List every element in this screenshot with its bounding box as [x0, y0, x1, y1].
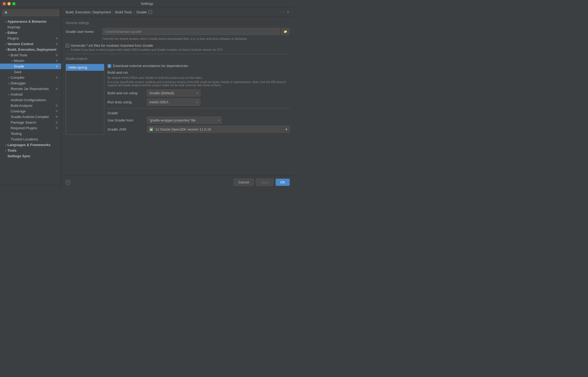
sidebar-item-label: Required Plugins	[11, 126, 55, 130]
ok-button[interactable]: OK	[276, 179, 290, 186]
gradle-user-home-input-group: 📁	[102, 28, 290, 35]
sidebar-item-plugins[interactable]: Plugins ⚙	[0, 36, 61, 41]
gradle-user-home-hint: Override the default location where Grad…	[66, 37, 290, 40]
sidebar-item-gant[interactable]: Gant	[0, 69, 61, 75]
nav-back-arrow[interactable]: ‹	[281, 10, 285, 14]
generate-iml-label-group: Generate *.iml files for modules importe…	[71, 44, 223, 51]
sidebar-item-label: Keymap	[7, 25, 59, 29]
sidebar-item-version-control[interactable]: Version Control ⚙	[0, 41, 61, 47]
gradle-projects-title: Gradle projects	[66, 57, 290, 61]
content-area: Build, Execution, Deployment › Build Too…	[61, 7, 294, 189]
breadcrumb-gradle[interactable]: Gradle	[136, 10, 147, 14]
sidebar-item-gradle-android-compiler[interactable]: Gradle-Android Compiler ⚙	[0, 114, 61, 120]
sidebar-item-maven[interactable]: Maven ⚙	[0, 58, 61, 64]
title-bar: Settings	[0, 0, 294, 7]
footer-buttons: Cancel Apply OK	[234, 179, 290, 186]
expand-icon	[4, 155, 7, 158]
window-title: Settings	[141, 2, 153, 6]
sidebar-item-compiler[interactable]: Compiler ⚙	[0, 75, 61, 80]
sidebar-item-build-execution-deployment[interactable]: Build, Execution, Deployment	[0, 47, 61, 52]
expand-icon	[4, 149, 7, 152]
use-gradle-from-dropdown[interactable]: 'gradle-wrapper.properties' file ▾	[147, 117, 222, 124]
breadcrumb: Build, Execution, Deployment › Build Too…	[61, 7, 294, 17]
expand-icon	[4, 143, 7, 147]
sidebar-item-label: Settings Sync	[7, 154, 59, 158]
breadcrumb-build-execution[interactable]: Build, Execution, Deployment	[66, 10, 111, 14]
sidebar-item-editor[interactable]: Editor	[0, 30, 61, 36]
run-tests-using-dropdown[interactable]: IntelliJ IDEA ▾	[147, 99, 200, 105]
minimize-button[interactable]	[7, 2, 11, 5]
build-and-run-using-label: Build and run using:	[108, 91, 145, 95]
sidebar-item-keymap[interactable]: Keymap	[0, 24, 61, 30]
expand-icon	[4, 31, 7, 34]
generate-iml-hint: Enable if you have a mixed project with …	[71, 48, 223, 51]
expand-icon	[7, 99, 11, 102]
help-button[interactable]: ?	[66, 180, 70, 185]
gradle-user-home-label: Gradle user home:	[66, 30, 100, 34]
generate-iml-row: Generate *.iml files for modules importe…	[66, 44, 290, 51]
nav-arrows: ‹ ›	[281, 10, 290, 14]
settings-icon: ⚙	[55, 53, 58, 57]
build-and-run-title: Build and run	[108, 70, 290, 74]
breadcrumb-options-icon[interactable]: ≡	[148, 10, 152, 14]
sidebar-item-label: Package Search	[11, 120, 55, 124]
settings-icon: ⚙	[55, 87, 58, 91]
sidebar-item-label: Build, Execution, Deployment	[7, 48, 59, 52]
apply-button[interactable]: Apply	[256, 179, 274, 186]
sidebar-item-testing[interactable]: Testing	[0, 131, 61, 136]
sidebar-item-remote-jar-repositories[interactable]: Remote Jar Repositories ⚙	[0, 86, 61, 92]
download-annotations-checkbox[interactable]	[108, 64, 111, 68]
sidebar-item-build-tools[interactable]: Build Tools ⚙	[0, 52, 61, 58]
dropdown-arrow: ▾	[197, 101, 198, 104]
sidebar: 🔍 Appearance & Behavior Keymap Editor	[0, 7, 61, 189]
gradle-user-home-input[interactable]	[102, 28, 280, 35]
build-and-run-using-row: Build and run using: Gradle (Default) ▾	[108, 89, 290, 96]
dropdown-arrow: ▾	[197, 92, 198, 95]
expand-icon	[7, 76, 11, 79]
sidebar-item-label: Testing	[11, 132, 59, 136]
sidebar-item-languages-frameworks[interactable]: Languages & Frameworks	[0, 142, 61, 148]
sidebar-item-trusted-locations[interactable]: Trusted Locations	[0, 136, 61, 142]
search-box[interactable]: 🔍	[2, 10, 59, 16]
sidebar-item-appearance-behavior[interactable]: Appearance & Behavior	[0, 19, 61, 24]
run-tests-using-row: Run tests using: IntelliJ IDEA ▾	[108, 99, 290, 105]
sidebar-item-label: Gradle	[14, 64, 55, 68]
browse-button[interactable]: 📁	[281, 28, 290, 35]
sidebar-item-android[interactable]: Android	[0, 92, 61, 97]
nav-forward-arrow[interactable]: ›	[286, 10, 290, 14]
search-input[interactable]	[10, 11, 57, 15]
sidebar-item-tools[interactable]: Tools	[0, 148, 61, 153]
traffic-lights	[3, 2, 15, 5]
sidebar-item-build-analyzer[interactable]: Build Analyzer ⚙	[0, 103, 61, 108]
build-and-run-using-dropdown[interactable]: Gradle (Default) ▾	[147, 89, 200, 96]
sidebar-item-coverage[interactable]: Coverage ⚙	[0, 108, 61, 114]
sidebar-item-settings-sync[interactable]: Settings Sync	[0, 153, 61, 159]
gradle-jvm-dropdown[interactable]: ☕ 11 Oracle OpenJDK version 11.0.18 ▾	[147, 126, 290, 133]
gradle-section-title: Gradle	[108, 111, 290, 115]
maximize-button[interactable]	[12, 2, 15, 5]
sidebar-item-required-plugins[interactable]: Required Plugins ⚙	[0, 125, 61, 131]
project-list-container: Hello-spring	[66, 64, 104, 135]
sidebar-item-package-search[interactable]: Package Search ⚙	[0, 120, 61, 125]
expand-icon	[7, 93, 11, 96]
sidebar-item-debugger[interactable]: Debugger	[0, 80, 61, 86]
generate-iml-checkbox[interactable]	[66, 44, 69, 48]
close-button[interactable]	[3, 2, 6, 5]
settings-icon: ⚙	[55, 65, 58, 68]
dropdown-arrow: ▾	[218, 119, 219, 122]
expand-icon	[7, 54, 11, 57]
settings-icon: ⚙	[55, 109, 58, 113]
build-and-run-using-value: Gradle (Default)	[149, 91, 174, 95]
expand-icon	[11, 65, 14, 68]
breadcrumb-build-tools[interactable]: Build Tools	[115, 10, 132, 14]
breadcrumb-sep-1: ›	[113, 10, 114, 14]
expand-icon	[4, 20, 7, 23]
sidebar-item-label: Trusted Locations	[11, 137, 59, 141]
run-tests-using-label: Run tests using:	[108, 100, 145, 104]
sidebar-item-label: Build Analyzer	[11, 104, 55, 108]
project-list-item-hello-spring[interactable]: Hello-spring	[66, 64, 104, 71]
sidebar-item-gradle[interactable]: Gradle ⚙	[0, 64, 61, 69]
expand-icon	[7, 138, 11, 141]
cancel-button[interactable]: Cancel	[234, 179, 253, 186]
sidebar-item-android-configurations[interactable]: Android Configurations	[0, 97, 61, 103]
